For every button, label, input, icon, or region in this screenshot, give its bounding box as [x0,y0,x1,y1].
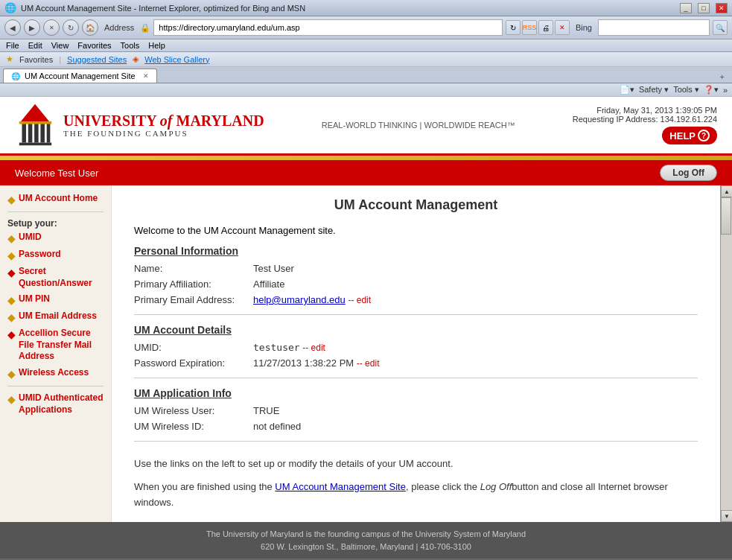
ie-toolbar: 📄▾ Safety ▾ Tools ▾ ❓▾ » [0,83,732,97]
safety-icon[interactable]: Safety ▾ [639,85,669,95]
umd-date: Friday, May 31, 2013 1:39:05 PM Requesti… [573,106,717,124]
suggested-sites[interactable]: Suggested Sites [67,55,127,64]
wireless-id-label: UM Wireless ID: [134,421,253,432]
um-email-link[interactable]: UM Email Address [19,311,97,322]
welcome-message: Welcome to the UM Account Management sit… [134,225,698,236]
back-button[interactable]: ◀ [4,19,21,36]
tab-close-icon[interactable]: ✕ [143,72,149,80]
active-tab[interactable]: 🌐 UM Account Management Site ✕ [3,69,157,83]
password-link[interactable]: Password [19,249,61,261]
sidebar-item-email[interactable]: ◆ UM Email Address [7,311,104,323]
rss-icon[interactable]: RSS [522,20,537,35]
address-bar-row: ◀ ▶ ✕ ↻ 🏠 Address 🔒 ↻ RSS 🖨 ✕ Bing 🔍 [0,16,732,39]
search-button[interactable]: 🔍 [713,20,728,35]
favorites-bar: ★ Favorites | Suggested Sites ◈ Web Slic… [0,52,732,67]
bullet-icon-accellion: ◆ [7,328,16,340]
wireless-link[interactable]: Wireless Access [19,367,89,379]
scroll-thumb[interactable] [721,197,731,235]
sidebar-item-password[interactable]: ◆ Password [7,249,104,261]
wireless-id-value: not defined [253,421,301,432]
info-row-email: Primary Email Address: help@umaryland.ed… [134,294,698,305]
umid-auth-link[interactable]: UMID Authenticated Applications [19,392,104,416]
email-edit-link[interactable]: -- edit [348,295,371,305]
minimize-btn[interactable]: _ [680,3,692,13]
menu-edit[interactable]: Edit [28,41,42,50]
expiration-label: Password Expiration: [134,357,253,369]
sidebar-item-umid-auth[interactable]: ◆ UMID Authenticated Applications [7,392,104,416]
sidebar: ◆ UM Account Home Setup your: ◆ UMID ◆ P… [0,185,112,522]
sidebar-item-umid[interactable]: ◆ UMID [7,232,104,244]
menu-help[interactable]: Help [148,41,165,50]
page-wrapper: UNIVERSITY of MARYLAND The Founding Camp… [0,97,732,559]
umd-name: UNIVERSITY of MARYLAND [63,112,264,129]
svg-rect-2 [28,124,33,143]
um-pin-link[interactable]: UM PIN [19,293,50,305]
email-value: help@umaryland.edu -- edit [253,294,371,305]
favorites-label[interactable]: Favorites [19,55,53,64]
expiration-value-row: 11/27/2013 1:38:22 PM -- edit [253,357,379,369]
menu-favorites[interactable]: Favorites [77,41,111,50]
stop-nav-icon[interactable]: ✕ [555,20,570,35]
umid-value: testuser [253,342,300,353]
accellion-link[interactable]: Accellion Secure File Transfer Mail Addr… [19,328,104,363]
welcome-text: Welcome Test User [15,168,98,179]
close-btn[interactable]: ✕ [716,3,728,13]
more-tools-icon[interactable]: » [723,86,728,95]
sidebar-item-pin[interactable]: ◆ UM PIN [7,293,104,306]
info-row-affiliation: Primary Affiliation: Affiliate [134,279,698,290]
bullet-icon-wireless: ◆ [7,368,16,380]
umid-link[interactable]: UMID [19,232,42,244]
help-question-icon[interactable]: ❓▾ [704,85,719,95]
svg-rect-4 [40,124,45,143]
browser-icon: 🌐 [4,2,16,13]
address-input[interactable] [153,19,503,36]
scroll-track [721,197,732,510]
umid-edit-link[interactable]: -- edit [302,343,325,353]
umid-value-row: testuser -- edit [253,342,325,353]
search-input[interactable] [598,19,710,36]
web-slice-gallery[interactable]: Web Slice Gallery [144,55,209,64]
secret-question-link[interactable]: Secret Question/Answer [19,266,104,289]
svg-rect-1 [22,124,27,143]
setup-label: Setup your: [7,218,104,229]
page-icon[interactable]: 📄▾ [620,85,634,95]
scroll-down-btn[interactable]: ▼ [721,510,732,522]
application-divider [134,441,698,442]
tab-bar: 🌐 UM Account Management Site ✕ + [0,67,732,83]
bottom-text-2: When you are finished using the UM Accou… [134,480,698,511]
sidebar-item-home[interactable]: ◆ UM Account Home [7,193,104,206]
menu-view[interactable]: View [51,41,69,50]
sidebar-item-wireless[interactable]: ◆ Wireless Access [7,367,104,380]
sidebar-item-secret[interactable]: ◆ Secret Question/Answer [7,266,104,289]
date-line: Friday, May 31, 2013 1:39:05 PM [573,106,717,115]
stop-button[interactable]: ✕ [43,19,60,36]
expiration-edit-link[interactable]: -- edit [357,358,380,369]
menu-tools[interactable]: Tools [121,41,140,50]
svg-rect-6 [19,143,51,146]
tools-icon[interactable]: Tools ▾ [673,85,699,95]
tab-icon: 🌐 [11,72,20,80]
footer: The University of Maryland is the foundi… [0,522,732,559]
scroll-up-btn[interactable]: ▲ [721,185,732,197]
scrollbar[interactable]: ▲ ▼ [720,185,732,522]
email-label: Primary Email Address: [134,294,253,305]
sidebar-item-accellion[interactable]: ◆ Accellion Secure File Transfer Mail Ad… [7,328,104,363]
print-icon[interactable]: 🖨 [538,20,553,35]
home-button[interactable]: 🏠 [82,19,98,36]
forward-button[interactable]: ▶ [24,19,40,36]
um-account-home-link[interactable]: UM Account Home [19,193,98,205]
refresh-icon[interactable]: ↻ [506,20,521,35]
application-section: UM Application Info UM Wireless User: TR… [134,387,698,432]
menu-file[interactable]: File [6,41,19,50]
account-divider [134,378,698,378]
um-account-mgmt-link[interactable]: UM Account Management Site [275,481,406,492]
svg-rect-3 [34,124,39,143]
account-heading: UM Account Details [134,324,698,336]
new-tab-icon[interactable]: + [716,71,729,83]
info-row-name: Name: Test User [134,263,698,274]
help-button[interactable]: HELP ? [662,127,717,144]
refresh-button[interactable]: ↻ [63,19,79,36]
maximize-btn[interactable]: □ [698,3,710,13]
logoff-button[interactable]: Log Off [660,165,717,181]
search-label: Bing [576,23,592,32]
